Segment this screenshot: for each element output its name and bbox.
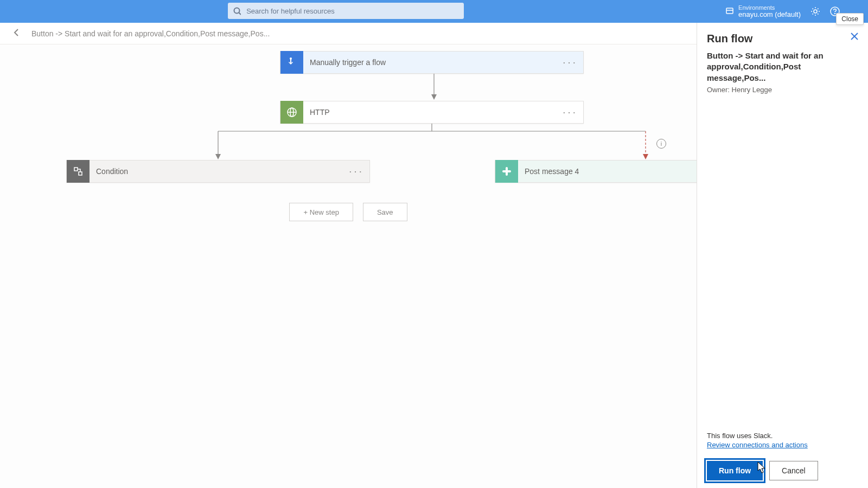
cancel-button[interactable]: Cancel xyxy=(769,461,818,480)
close-tooltip: Close xyxy=(836,13,864,25)
panel-owner: Owner: Henry Legge xyxy=(707,86,858,94)
svg-line-1 xyxy=(239,12,241,15)
new-step-button[interactable]: + New step xyxy=(289,203,353,221)
node-condition-menu[interactable]: · · · xyxy=(342,168,369,176)
node-trigger-menu[interactable]: · · · xyxy=(556,59,583,67)
svg-rect-24 xyxy=(507,170,511,172)
search-box[interactable] xyxy=(228,3,464,19)
http-icon xyxy=(280,101,303,124)
node-http-menu[interactable]: · · · xyxy=(556,108,583,117)
panel-title: Run flow xyxy=(707,33,752,45)
svg-marker-18 xyxy=(643,154,648,159)
svg-marker-16 xyxy=(215,154,221,159)
connector-branch xyxy=(214,124,659,162)
canvas-buttons: + New step Save xyxy=(0,203,697,221)
node-post-message[interactable]: Post message 4 xyxy=(495,160,723,183)
flow-canvas: Manually trigger a flow · · · HTTP · · ·… xyxy=(0,44,697,488)
node-post-label: Post message 4 xyxy=(518,167,722,176)
environment-label: Environments xyxy=(738,4,801,11)
button-trigger-icon xyxy=(280,51,303,74)
search-input[interactable] xyxy=(246,7,458,15)
environment-picker[interactable]: Environments enayu.com (default) xyxy=(725,4,801,18)
node-condition-label: Condition xyxy=(90,167,342,176)
svg-rect-20 xyxy=(79,172,82,175)
back-button[interactable] xyxy=(12,28,22,39)
top-header: Environments enayu.com (default) Close xyxy=(0,0,868,23)
node-condition[interactable]: Condition · · · xyxy=(66,160,370,183)
svg-point-4 xyxy=(814,10,817,13)
run-flow-panel: Run flow Button -> Start and wait for an… xyxy=(697,23,868,488)
panel-flow-name: Button -> Start and wait for an approval… xyxy=(707,50,858,84)
svg-point-6 xyxy=(835,14,835,14)
svg-rect-2 xyxy=(726,8,733,14)
gear-icon[interactable] xyxy=(810,7,820,16)
run-flow-button[interactable]: Run flow xyxy=(707,461,763,480)
info-icon[interactable]: i xyxy=(656,139,666,149)
svg-marker-9 xyxy=(431,94,437,100)
environment-value: enayu.com (default) xyxy=(738,11,801,18)
panel-close-button[interactable] xyxy=(851,33,858,42)
environment-icon xyxy=(725,7,734,17)
node-trigger[interactable]: Manually trigger a flow · · · xyxy=(280,51,584,74)
node-http-label: HTTP xyxy=(303,108,556,117)
slack-icon xyxy=(495,160,518,183)
breadcrumb-text: Button -> Start and wait for an approval… xyxy=(31,29,270,38)
connector-branch-fail xyxy=(641,131,650,161)
save-button[interactable]: Save xyxy=(363,203,407,221)
panel-note: This flow uses Slack. xyxy=(707,432,858,440)
svg-point-7 xyxy=(290,57,292,60)
svg-point-0 xyxy=(234,8,240,13)
svg-rect-19 xyxy=(74,168,78,171)
review-connections-link[interactable]: Review connections and actions xyxy=(707,441,858,449)
condition-icon xyxy=(67,160,90,183)
node-trigger-label: Manually trigger a flow xyxy=(303,58,556,67)
connector-1 xyxy=(430,74,438,101)
search-icon xyxy=(233,7,241,15)
node-http[interactable]: HTTP · · · xyxy=(280,101,584,124)
